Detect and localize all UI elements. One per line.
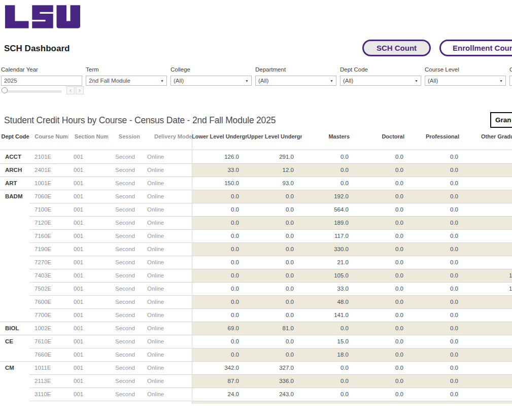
cell-section-number: 001 (69, 361, 108, 374)
cell-dept-code (0, 282, 29, 295)
table-row: 2113E 001 Second Online 87.0 336.0 0.0 0… (0, 374, 512, 388)
cell-other-graduate (466, 388, 512, 401)
enrollment-count-button[interactable]: Enrollment Count (439, 40, 512, 56)
cell-masters: 0.0 (302, 374, 357, 388)
cell-other-graduate (466, 401, 512, 404)
filter-course-level: Course Level (All) ▼ (425, 66, 506, 86)
cell-lower-level: 24.0 (192, 388, 247, 401)
table-row: ARCH 2401E 001 Second Online 33.0 12.0 0… (0, 163, 512, 177)
table-row: ART 1001E 001 Second Online 150.0 93.0 0… (0, 177, 512, 190)
filter-label-calendar-year: Calendar Year (1, 66, 82, 74)
cell-section-number (69, 401, 108, 404)
sch-table: Dept Code Course Number Section Number S… (0, 131, 512, 404)
cell-doctoral: 0.0 (357, 242, 412, 256)
calendar-year-input[interactable]: 2025 (1, 76, 82, 86)
cell-masters: 0.0 (302, 177, 357, 190)
cell-delivery-mode: Online (141, 216, 192, 229)
course-level-dropdown[interactable]: (All) ▼ (425, 76, 506, 86)
cell-doctoral: 0.0 (357, 388, 412, 401)
cell-lower-level: 0.0 (192, 203, 247, 216)
cell-dept-code (0, 256, 29, 269)
filter-college: College (All) ▼ (170, 66, 252, 86)
cell-course-number: 7270E (29, 256, 69, 269)
chevron-right-icon[interactable]: › (76, 86, 84, 94)
cell-doctoral: 0.0 (357, 216, 412, 229)
cell-section-number: 001 (69, 150, 108, 163)
table-row: BADM 7060E 001 Second Online 0.0 0.0 192… (0, 190, 512, 203)
cell-doctoral: 0.0 (357, 361, 412, 374)
cell-lower-level: 0.0 (192, 308, 247, 322)
cell-course-number: 1011E (29, 361, 69, 374)
cell-session (108, 401, 141, 404)
cell-course-number: 7610E (29, 335, 69, 348)
cell-session: Second (108, 216, 141, 229)
cell-course-number: 7660E (29, 348, 69, 361)
cell-section-number: 001 (69, 348, 108, 361)
cell-upper-level: 0.0 (247, 335, 302, 348)
cell-dept-code (0, 229, 29, 242)
cell-doctoral: 0.0 (357, 348, 412, 361)
cell-doctoral (357, 401, 412, 404)
filter-label-college: College (170, 66, 252, 74)
cell-dept-code (0, 308, 29, 322)
filter-term: Term 2nd Fall Module ▼ (86, 66, 167, 86)
cell-doctoral: 0.0 (357, 177, 412, 190)
cell-upper-level: 0.0 (247, 256, 302, 269)
cell-course-number: 7060E (29, 190, 69, 203)
cell-professional (412, 401, 466, 404)
cell-doctoral: 0.0 (357, 374, 412, 388)
grand-total-button[interactable]: Gran (490, 112, 512, 128)
cell-delivery-mode: Online (141, 348, 192, 361)
table-row: CM 1011E 001 Second Online 342.0 327.0 0… (0, 361, 512, 374)
cell-delivery-mode: Online (141, 256, 192, 269)
sch-count-button[interactable]: SCH Count (362, 40, 431, 56)
slider-thumb[interactable] (2, 87, 8, 93)
cell-session: Second (108, 229, 141, 242)
cell-section-number: 001 (69, 190, 108, 203)
cell-professional: 0.0 (412, 190, 466, 203)
table-row: 7403E 001 Second Online 0.0 0.0 105.0 0.… (0, 269, 512, 282)
cell-professional: 0.0 (412, 177, 466, 190)
cell-lower-level: 0.0 (192, 216, 247, 229)
filter-label-course-level: Course Level (425, 66, 506, 74)
cell-other-graduate: 1 (466, 282, 512, 295)
cell-lower-level: 0.0 (192, 269, 247, 282)
college-dropdown[interactable]: (All) ▼ (170, 76, 252, 86)
cell-masters (302, 401, 357, 404)
cell-delivery-mode: Online (141, 203, 192, 216)
dept-code-dropdown[interactable]: (All) ▼ (340, 76, 421, 86)
cell-section-number: 001 (69, 282, 108, 295)
col-course-number: Course Number (29, 131, 69, 150)
table-row: 7270E 001 Second Online 0.0 0.0 21.0 0.0… (0, 256, 512, 269)
cell-lower-level: 33.0 (192, 163, 247, 177)
table-row: 7120E 001 Second Online 0.0 0.0 189.0 0.… (0, 216, 512, 229)
table-row (0, 401, 512, 404)
cell-masters: 21.0 (302, 256, 357, 269)
term-dropdown[interactable]: 2nd Fall Module ▼ (86, 76, 167, 86)
cell-upper-level: 327.0 (247, 361, 302, 374)
table-column-divider (192, 131, 192, 404)
cell-lower-level: 0.0 (192, 190, 247, 203)
filter-clipped: C (509, 66, 512, 86)
cell-doctoral: 0.0 (357, 256, 412, 269)
chevron-left-icon[interactable]: ‹ (66, 86, 75, 94)
slider-track[interactable] (4, 90, 62, 93)
col-lower-level: Lower Level Undergraduate (192, 131, 247, 150)
table-row: 7502E 001 Second Online 0.0 0.0 33.0 0.0… (0, 282, 512, 295)
table-row: 7190E 001 Second Online 0.0 0.0 330.0 0.… (0, 242, 512, 256)
cell-masters: 189.0 (302, 216, 357, 229)
cell-lower-level: 87.0 (192, 374, 247, 388)
cell-course-number: 7502E (29, 282, 69, 295)
table-row: 7660E 001 Second Online 0.0 0.0 18.0 0.0… (0, 348, 512, 361)
cell-professional: 0.0 (412, 361, 466, 374)
col-doctoral: Doctoral (357, 131, 412, 150)
cell-dept-code: CM (0, 361, 29, 374)
clipped-dropdown[interactable] (509, 76, 512, 86)
cell-upper-level (247, 401, 302, 404)
cell-delivery-mode: Online (141, 335, 192, 348)
department-dropdown[interactable]: (All) ▼ (255, 76, 336, 86)
cell-other-graduate (466, 216, 512, 229)
cell-course-number: 7190E (29, 242, 69, 256)
cell-dept-code (0, 216, 29, 229)
cell-upper-level: 0.0 (247, 229, 302, 242)
